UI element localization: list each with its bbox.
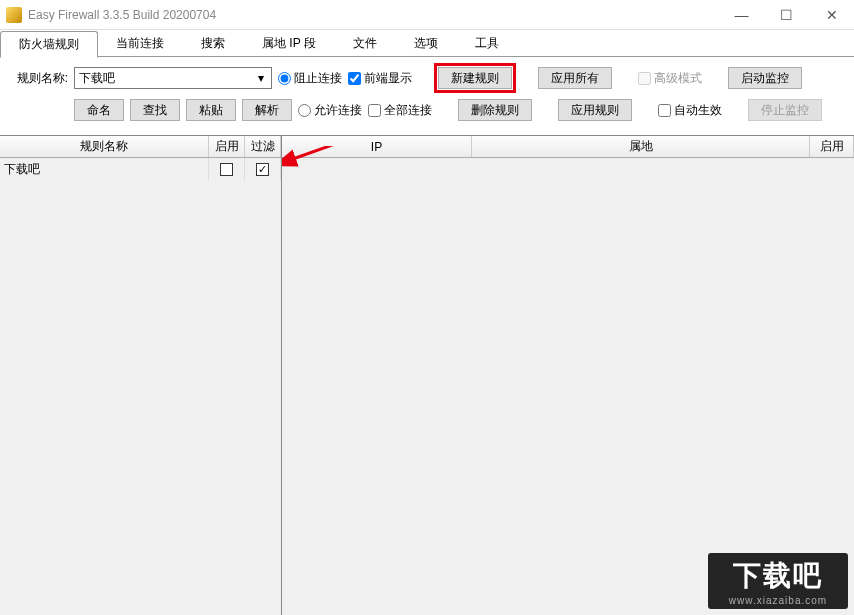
window-title: Easy Firewall 3.3.5 Build 20200704 — [28, 8, 719, 22]
rule-name-combo[interactable]: 下载吧 ▾ — [74, 67, 272, 89]
tab-location-ip[interactable]: 属地 IP 段 — [243, 30, 335, 56]
apply-rule-button[interactable]: 应用规则 — [558, 99, 632, 121]
tab-tools[interactable]: 工具 — [456, 30, 518, 56]
toolbar: 规则名称: 下载吧 ▾ 阻止连接 前端显示 新建规则 应用所有 高级模式 启动监… — [0, 57, 854, 135]
check-all-connection[interactable]: 全部连接 — [368, 102, 432, 119]
paste-button[interactable]: 粘贴 — [186, 99, 236, 121]
ip-list-header: IP 属地 启用 — [282, 136, 854, 158]
col-rule-name[interactable]: 规则名称 — [0, 136, 209, 157]
rule-name-label: 规则名称: — [10, 70, 68, 87]
ip-list-body[interactable] — [282, 158, 854, 615]
col-location[interactable]: 属地 — [472, 136, 810, 157]
close-button[interactable]: ✕ — [809, 0, 854, 29]
rule-row-name: 下载吧 — [0, 158, 209, 180]
stop-monitor-button[interactable]: 停止监控 — [748, 99, 822, 121]
minimize-button[interactable]: — — [719, 0, 764, 29]
start-monitor-button[interactable]: 启动监控 — [728, 67, 802, 89]
content-area: 规则名称 启用 过滤 下载吧 IP 属地 启用 — [0, 135, 854, 615]
rule-row-filter[interactable] — [245, 158, 281, 180]
rule-row-enable[interactable] — [209, 158, 245, 180]
tab-current-connections[interactable]: 当前连接 — [97, 30, 183, 56]
col-enable[interactable]: 启用 — [209, 136, 245, 157]
main-tabs: 防火墙规则 当前连接 搜索 属地 IP 段 文件 选项 工具 — [0, 30, 854, 57]
apply-all-button[interactable]: 应用所有 — [538, 67, 612, 89]
watermark-url: www.xiazaiba.com — [729, 595, 827, 606]
col-ip-enable[interactable]: 启用 — [810, 136, 854, 157]
delete-rule-button[interactable]: 删除规则 — [458, 99, 532, 121]
ip-list-pane: IP 属地 启用 — [282, 136, 854, 615]
col-ip[interactable]: IP — [282, 136, 472, 157]
tab-options[interactable]: 选项 — [395, 30, 457, 56]
check-advanced-mode[interactable]: 高级模式 — [638, 70, 702, 87]
watermark: 下载吧 www.xiazaiba.com — [708, 553, 848, 609]
window-controls: — ☐ ✕ — [719, 0, 854, 29]
check-auto-effect[interactable]: 自动生效 — [658, 102, 722, 119]
rules-list-body[interactable]: 下载吧 — [0, 158, 281, 615]
find-button[interactable]: 查找 — [130, 99, 180, 121]
tab-search[interactable]: 搜索 — [182, 30, 244, 56]
rule-name-value: 下载吧 — [79, 70, 115, 87]
watermark-text: 下载吧 — [733, 557, 823, 595]
titlebar: Easy Firewall 3.3.5 Build 20200704 — ☐ ✕ — [0, 0, 854, 30]
radio-block-connection[interactable]: 阻止连接 — [278, 70, 342, 87]
app-icon — [6, 7, 22, 23]
col-filter[interactable]: 过滤 — [245, 136, 281, 157]
rename-button[interactable]: 命名 — [74, 99, 124, 121]
parse-button[interactable]: 解析 — [242, 99, 292, 121]
radio-allow-connection[interactable]: 允许连接 — [298, 102, 362, 119]
rules-list-pane: 规则名称 启用 过滤 下载吧 — [0, 136, 282, 615]
check-frontend-display[interactable]: 前端显示 — [348, 70, 412, 87]
new-rule-button[interactable]: 新建规则 — [438, 67, 512, 89]
tab-firewall-rules[interactable]: 防火墙规则 — [0, 31, 98, 58]
tab-file[interactable]: 文件 — [334, 30, 396, 56]
rule-row[interactable]: 下载吧 — [0, 158, 281, 180]
maximize-button[interactable]: ☐ — [764, 0, 809, 29]
chevron-down-icon: ▾ — [253, 70, 269, 86]
rules-list-header: 规则名称 启用 过滤 — [0, 136, 281, 158]
